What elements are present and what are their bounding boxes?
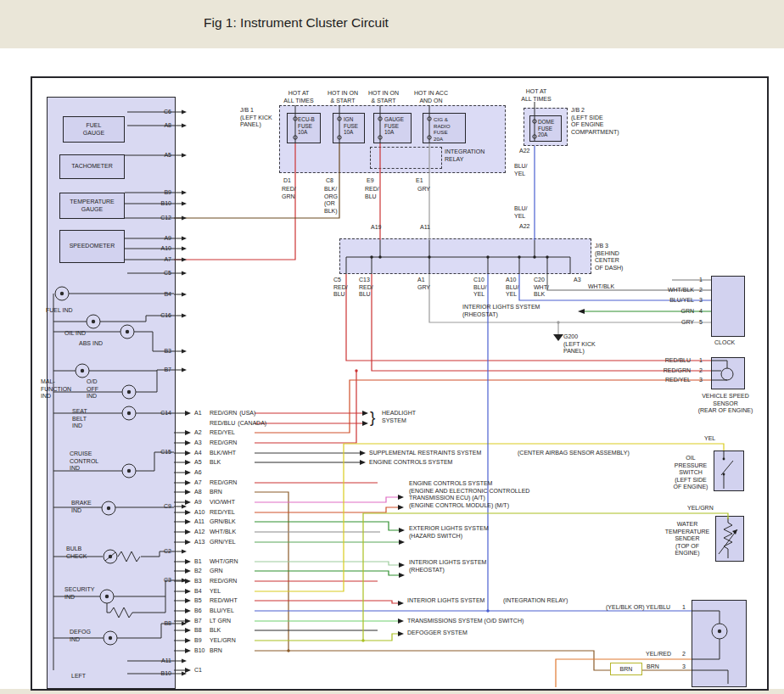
- srs-label: SUPPLEMENTAL RESTRAINTS SYSTEM: [369, 450, 481, 457]
- vss-pin1-color: RED/BLU: [650, 357, 691, 365]
- vss-label: VEHICLE SPEED SENSOR (REAR OF ENGINE): [675, 393, 776, 415]
- interior-lights2-note: (INTEGRATION RELAY): [503, 597, 568, 605]
- speedometer-box: SPEEDOMETER: [59, 230, 125, 263]
- connector-row: B8BLK: [194, 627, 223, 633]
- ecu-b-fuse-label: ECU-B FUSE 10A: [298, 116, 315, 136]
- drop-d1: D1: [283, 177, 291, 185]
- interior-lights-label: INTERIOR LIGHTS SYSTEM (RHEOSTAT): [409, 559, 486, 574]
- cluster-pin-label: A5: [149, 152, 171, 158]
- ign-fuse-box: IGN FUSE 10A: [333, 113, 365, 143]
- cig-radio-fuse-box: CIG & RADIO FUSE 20A: [423, 113, 466, 143]
- cluster-pin-label: C16: [149, 312, 171, 318]
- cluster-pin-label: C12: [149, 215, 171, 221]
- mil-ind-label: MAL- FUNCTION IND: [41, 378, 71, 400]
- jb3-out-a1: A1 GRY: [417, 277, 430, 291]
- cluster-pin-label: A9: [149, 235, 171, 241]
- jb3-label: J/B 3 (BEHIND CENTER OF DASH): [595, 243, 623, 271]
- cluster-pin-label: B10: [149, 200, 171, 206]
- ign-fuse-label: IGN FUSE 10A: [344, 116, 358, 136]
- ecu-label: ENGINE CONTROLS SYSTEM (ENGINE AND ELECT…: [409, 480, 529, 509]
- cluster-pin-label: C15: [149, 449, 171, 455]
- clock-pin2-color: WHT/BLK: [653, 287, 694, 294]
- cluster-pin-label: A11: [149, 658, 171, 663]
- cluster-pin-label: C3: [149, 577, 171, 583]
- connector-row: A3RED/GRN: [194, 439, 239, 445]
- lamp-pin3-num: 3: [682, 663, 686, 669]
- connector-row: B4YEL: [194, 588, 223, 594]
- whtblk-float-label: WHT/BLK: [588, 283, 614, 291]
- vss-pin2-color: RED/GRN: [650, 367, 691, 375]
- speedometer-label: SPEEDOMETER: [70, 243, 115, 249]
- cluster-pin-label: C5: [149, 270, 171, 276]
- water-wire-label: YEL/GRN: [687, 505, 714, 512]
- hot-label-4: HOT IN ACC AND ON: [411, 90, 451, 104]
- connector-row: A12WHT/BLK: [194, 529, 238, 534]
- temperature-gauge-label: TEMPERATURE GAUGE: [70, 199, 114, 213]
- connector-row: A7RED/GRN: [194, 479, 239, 485]
- drop-d1-color: RED/ GRN: [282, 186, 296, 200]
- cluster-pin-label: C9: [149, 503, 171, 509]
- fuel-gauge-label: FUEL GAUGE: [83, 122, 104, 137]
- gauge-fuse-label: GAUGE FUSE 10A: [384, 116, 404, 136]
- a11-entry-label: A11: [420, 224, 430, 232]
- connector-row: B6BLU/YEL: [194, 607, 237, 613]
- gauge-fuse-box: GAUGE FUSE 10A: [373, 113, 412, 143]
- defogger-label: DEFOGGER SYSTEM: [407, 630, 468, 637]
- cluster-pin-label: C6: [149, 109, 171, 115]
- clock-pin2-num: 2: [699, 287, 703, 293]
- cluster-pin-label: C14: [149, 410, 171, 416]
- tachometer-label: TACHOMETER: [71, 163, 112, 170]
- page-title: Fig 1: Instrument Cluster Circuit: [204, 15, 389, 31]
- drop-a22-color: BLU/ YEL: [514, 163, 528, 177]
- clock-pin5-color: GRY: [653, 319, 694, 327]
- jb3-out-a3: A3: [574, 277, 581, 284]
- jb3-out-a10: A10 BLU/ YEL: [506, 277, 519, 299]
- bulb-check-label: BULB CHECK: [66, 546, 87, 560]
- clock-pin1-num: 1: [699, 277, 703, 283]
- abs-ind-label: ABS IND: [79, 340, 103, 348]
- brn-boxed-label: BRN: [610, 663, 642, 675]
- srs-note-label: (CENTER AIRBAG SENSOR ASSEMBLY): [518, 450, 630, 457]
- connector-row: B1WHT/GRN: [194, 558, 240, 564]
- defog-ind-label: DEFOG IND: [70, 629, 91, 643]
- lamp-pin1-color: (YEL/BLK OR) YEL/BLU: [606, 604, 670, 612]
- clock-pin4-num: 4: [699, 308, 703, 314]
- cluster-pin-label: B10: [149, 670, 171, 676]
- cluster-pin-label: C2: [149, 548, 171, 554]
- drop-c8-color: BLK/ ORG (OR BLK): [324, 186, 338, 215]
- clock-label: CLOCK: [714, 339, 735, 347]
- cruise-ind-label: CRUISE CONTROL IND: [70, 451, 98, 473]
- connector-row: A10RED/YEL: [194, 509, 238, 515]
- integration-relay-label: INTEGRATION RELAY: [445, 148, 484, 163]
- connector-row: C1: [194, 667, 212, 673]
- jb3-out-c13: C13 RED/ BLU: [359, 277, 373, 299]
- water-temp-sender-box: [715, 516, 744, 562]
- connector-row: B3RED/GRN: [194, 578, 239, 584]
- title-bar: [0, 0, 784, 48]
- vss-pin1-num: 1: [699, 357, 703, 363]
- security-ind-label: SECURITY IND: [64, 586, 94, 601]
- connector-row: A8BRN: [194, 489, 225, 495]
- water-temp-sender-label: WATER TEMPERATURE SENDER (TOP OF ENGINE): [664, 521, 710, 557]
- connector-row: B7LT GRN: [194, 618, 233, 624]
- hot-label-3: HOT IN ON & START: [365, 90, 402, 104]
- fuel-ind-label: FUEL IND: [46, 307, 73, 315]
- wiring-diagram-page: Fig 1: Instrument Cluster Circuit FUEL G…: [0, 0, 784, 694]
- jb3-out-c5: C5 RED/ BLU: [333, 277, 348, 299]
- cluster-pin-label: A7: [149, 256, 171, 262]
- fuel-gauge-box: FUEL GAUGE: [63, 116, 125, 143]
- oil-ind-label: OIL IND: [64, 330, 86, 338]
- dome-fuse-box: DOME FUSE 20A: [529, 115, 562, 142]
- jb1-label: J/B 1 (LEFT KICK PANEL): [240, 107, 272, 129]
- oil-pressure-switch-label: OIL PRESSURE SWITCH (LEFT SIDE OF ENGINE…: [669, 455, 713, 491]
- connector-row: B2GRN: [194, 568, 226, 574]
- cluster-pin-label: B8: [149, 620, 171, 626]
- cluster-pin-label: A10: [149, 245, 171, 251]
- a22-entry-label: A22: [519, 223, 529, 231]
- drop-c8: C8: [326, 177, 333, 185]
- interior-lights-rheostat-label: INTERIOR LIGHTS SYSTEM (RHEOSTAT): [462, 304, 540, 318]
- cluster-pin-label: B4: [149, 291, 171, 297]
- cluster-pin-label: B7: [149, 367, 171, 372]
- drop-e1: E1: [416, 177, 423, 185]
- jb3-out-c20: C20 WHT/ BLK: [534, 277, 549, 299]
